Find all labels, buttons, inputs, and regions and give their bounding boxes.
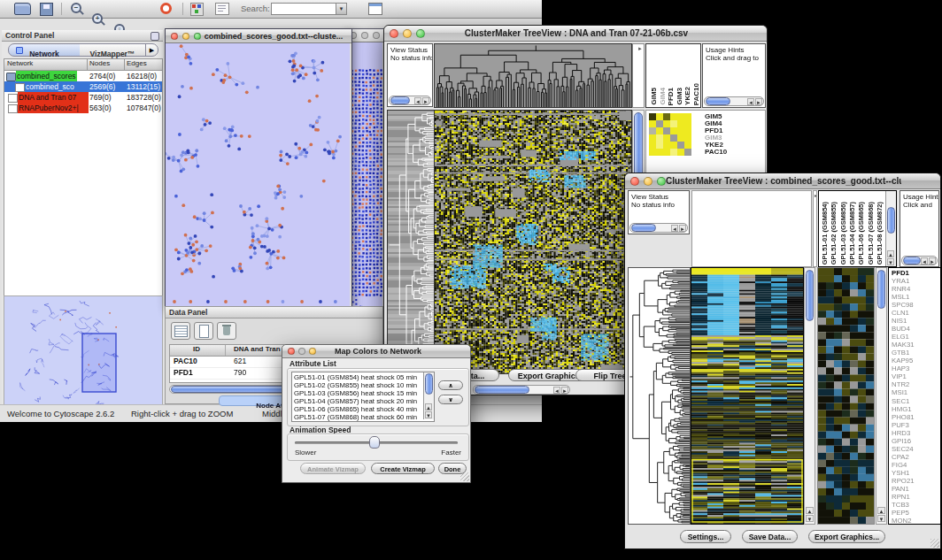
matrix-cell[interactable]: [670, 127, 677, 134]
attribute-down-button[interactable]: ∨: [438, 395, 463, 404]
attribute-select-icon[interactable]: [171, 322, 190, 340]
combined-column-tree-area[interactable]: [691, 190, 812, 267]
gene-label[interactable]: NIS1: [892, 317, 915, 325]
tab-network[interactable]: Network: [8, 43, 81, 57]
dialog-resize-grip[interactable]: [460, 472, 469, 481]
matrix-cell[interactable]: [670, 134, 677, 142]
matrix-cell[interactable]: [656, 134, 663, 142]
matrix-cell[interactable]: [670, 142, 677, 149]
matrix-cell[interactable]: [684, 120, 691, 127]
gene-label[interactable]: PAN1: [892, 485, 915, 493]
combined-zoom-v-scrollbar[interactable]: ▲ ▼: [876, 267, 887, 525]
dna-correlation-matrix[interactable]: [649, 113, 691, 156]
attribute-list[interactable]: GPL51-01 (GSM854) heat shock 05 minGPL51…: [291, 372, 435, 422]
matrix-cell[interactable]: [663, 149, 670, 156]
combined-save-data-button[interactable]: Save Data...: [742, 530, 798, 543]
matrix-cell[interactable]: [656, 113, 663, 120]
network-view-1-title-bar[interactable]: combined_scores_good.txt--cluste...: [166, 29, 351, 43]
gene-label[interactable]: FIG4: [892, 461, 915, 469]
treeview-dna-title-bar[interactable]: ClusterMaker TreeView : DNA and Tran 07-…: [384, 26, 767, 42]
matrix-cell[interactable]: [663, 113, 670, 120]
attribute-list-item[interactable]: GPL51-07 (GSM868) heat shock 60 min: [294, 413, 423, 421]
animate-vizmap-button[interactable]: Animate Vizmap: [300, 463, 366, 474]
matrix-cell[interactable]: [677, 113, 684, 120]
matrix-cell[interactable]: [663, 120, 670, 127]
matrix-cell[interactable]: [656, 120, 663, 127]
matrix-cell[interactable]: [663, 134, 670, 142]
zoom-window-icon[interactable]: [194, 33, 201, 40]
gene-label[interactable]: CLN1: [892, 309, 915, 317]
matrix-cell[interactable]: [649, 127, 656, 134]
attribute-list-v-scrollbar[interactable]: ▲ ▼: [423, 372, 434, 419]
zoom-window-icon[interactable]: [373, 32, 380, 39]
gene-label[interactable]: HRD3: [892, 429, 915, 437]
matrix-cell[interactable]: [684, 127, 691, 134]
gene-label[interactable]: GTB1: [892, 349, 915, 357]
matrix-cell[interactable]: [677, 134, 684, 142]
close-icon[interactable]: [171, 33, 178, 40]
gene-label[interactable]: PEP5: [892, 509, 915, 517]
search-input[interactable]: ▼: [271, 3, 347, 15]
gene-label[interactable]: MAK31: [892, 341, 915, 349]
matrix-cell[interactable]: [649, 142, 656, 149]
combined-settings-button[interactable]: Settings...: [680, 530, 731, 543]
network-canvas[interactable]: [166, 43, 350, 306]
search-dropdown-arrow-icon[interactable]: ▼: [336, 4, 346, 14]
network-overview-thumbnail[interactable]: [4, 295, 163, 418]
gene-label[interactable]: GPI16: [892, 437, 915, 445]
network-table-row[interactable]: combined_sco2569(6)13112(15): [4, 81, 162, 92]
gene-label[interactable]: YRA1: [892, 277, 915, 285]
attribute-up-button[interactable]: ∧: [438, 380, 463, 390]
gene-label[interactable]: RPO21: [892, 477, 915, 485]
gene-label[interactable]: MSL1: [892, 293, 915, 301]
matrix-cell[interactable]: [670, 149, 677, 156]
gene-label[interactable]: PFD1: [892, 269, 915, 277]
zoom-window-icon[interactable]: [657, 177, 666, 186]
minimize-icon[interactable]: [403, 29, 412, 38]
gene-label[interactable]: SEC24: [892, 445, 915, 453]
attribute-list-item[interactable]: GPL51-04 (GSM857) heat shock 20 min: [294, 397, 423, 405]
gene-label[interactable]: SEC1: [892, 397, 915, 405]
matrix-cell[interactable]: [677, 142, 684, 149]
annotation-icon[interactable]: [215, 3, 229, 15]
matrix-cell[interactable]: [656, 127, 663, 134]
matrix-cell[interactable]: [677, 127, 684, 134]
dna-heatmap[interactable]: [434, 110, 632, 374]
minimize-icon[interactable]: [361, 32, 368, 39]
matrix-cell[interactable]: [649, 113, 656, 120]
help-lifebuoy-icon[interactable]: [160, 3, 172, 14]
dna-row-dendrogram[interactable]: [387, 110, 435, 374]
matrix-cell[interactable]: [649, 120, 656, 127]
combined-export-graphics-button[interactable]: Export Graphics...: [808, 530, 885, 543]
matrix-cell[interactable]: [684, 142, 691, 149]
gene-label[interactable]: TCB3: [892, 501, 915, 509]
gene-label[interactable]: RNR4: [892, 285, 915, 293]
vizmapper-icon[interactable]: [190, 3, 204, 16]
combined-heatmap-v-scrollbar[interactable]: ▲ ▼: [804, 267, 815, 525]
network-table-row[interactable]: combined_scores2764(0)16218(0): [4, 71, 162, 81]
gene-label[interactable]: RPN1: [892, 493, 915, 501]
matrix-cell[interactable]: [649, 149, 656, 156]
matrix-cell[interactable]: [670, 113, 677, 120]
gene-label[interactable]: ELG1: [892, 333, 915, 341]
dna-bottom-scrollbar[interactable]: ◄ ►: [473, 385, 570, 395]
attribute-list-item[interactable]: GPL51-03 (GSM856) heat shock 15 min: [294, 389, 423, 397]
usage-hints-scrollbar[interactable]: ◄ ►: [704, 96, 764, 106]
view-status-scrollbar[interactable]: ◄ ►: [629, 223, 688, 233]
gene-label[interactable]: KAP95: [892, 357, 915, 364]
create-vizmap-button[interactable]: Create Vizmap: [371, 463, 435, 474]
minimize-icon[interactable]: [298, 348, 305, 355]
gene-label[interactable]: CPA2: [892, 453, 915, 461]
float-panel-icon[interactable]: [151, 32, 159, 41]
network-table-row[interactable]: DNA and Tran 07769(0)183728(0): [4, 92, 162, 103]
matrix-cell[interactable]: [663, 142, 670, 149]
attribute-list-item[interactable]: GPL51-02 (GSM855) heat shock 10 min: [294, 381, 423, 389]
zoom-window-icon[interactable]: [309, 348, 316, 355]
view-status-scrollbar[interactable]: ◄ ►: [389, 96, 431, 105]
matrix-cell[interactable]: [677, 120, 684, 127]
combined-resize-grip[interactable]: [930, 539, 939, 548]
attribute-list-item[interactable]: GPL51-01 (GSM854) heat shock 05 min: [294, 373, 423, 381]
minimize-icon[interactable]: [644, 177, 652, 186]
network-table-row[interactable]: RNAPuberNov2+|563(0)107847(0): [4, 103, 162, 113]
speed-slider-thumb[interactable]: [369, 436, 380, 449]
